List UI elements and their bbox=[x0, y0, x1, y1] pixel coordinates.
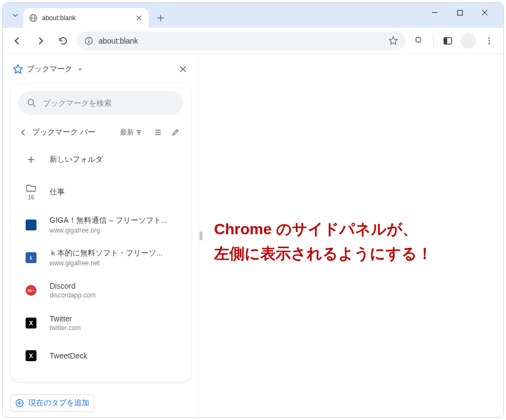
bookmark-item[interactable]: k ｋ本的に無料ソフト・フリーソ...www.gigafree.net bbox=[16, 241, 188, 274]
profile-avatar[interactable] bbox=[461, 33, 476, 48]
svg-point-12 bbox=[489, 42, 490, 44]
globe-icon bbox=[29, 14, 38, 22]
bookmark-item[interactable]: X Twittertwitter.com bbox=[16, 307, 188, 339]
favicon bbox=[20, 214, 42, 236]
star-icon bbox=[388, 36, 398, 46]
kebab-icon bbox=[485, 36, 493, 45]
sort-label: 最新 bbox=[120, 127, 134, 137]
list-icon bbox=[154, 128, 162, 137]
breadcrumb-title: ブックマーク バー bbox=[32, 127, 115, 137]
plus-circle-icon bbox=[15, 399, 24, 407]
svg-rect-4 bbox=[458, 10, 462, 15]
tab-title: about:blank bbox=[42, 14, 130, 22]
annotation-line-2: 左側に表示されるようにする！ bbox=[214, 242, 492, 266]
close-icon bbox=[481, 9, 488, 16]
panel-title: ブックマーク bbox=[27, 64, 72, 74]
content-area: ブックマーク ブックマーク バー 最新 bbox=[3, 54, 503, 417]
favicon: k bbox=[20, 247, 42, 269]
url-text: about:blank bbox=[99, 36, 383, 45]
section-header: ブックマーク バー 最新 bbox=[10, 118, 191, 143]
puzzle-icon bbox=[414, 36, 424, 46]
bookmark-url: www.gigafree.org bbox=[50, 227, 184, 234]
close-window-button[interactable] bbox=[477, 5, 492, 20]
panel-header: ブックマーク bbox=[3, 59, 198, 80]
browser-tab[interactable]: about:blank bbox=[23, 8, 149, 28]
search-input[interactable] bbox=[43, 99, 174, 107]
maximize-button[interactable] bbox=[452, 5, 467, 20]
arrow-left-icon bbox=[19, 128, 28, 137]
search-icon bbox=[27, 98, 36, 108]
bookmark-star-button[interactable] bbox=[388, 36, 398, 46]
bookmark-title: ｋ本的に無料ソフト・フリーソ... bbox=[50, 248, 184, 258]
favicon: X bbox=[20, 312, 42, 334]
bookmark-title: Twitter bbox=[50, 314, 184, 323]
add-current-tab-button[interactable]: 現在のタブを追加 bbox=[10, 394, 94, 412]
svg-point-13 bbox=[28, 100, 34, 105]
bookmark-item[interactable]: X TweetDeck bbox=[16, 339, 188, 372]
bookmark-url: twitter.com bbox=[50, 324, 184, 332]
plus-icon bbox=[157, 14, 164, 22]
maximize-icon bbox=[457, 10, 463, 16]
bookmark-url: discordapp.com bbox=[50, 291, 184, 299]
back-button[interactable] bbox=[8, 32, 27, 50]
search-wrap bbox=[10, 83, 191, 118]
bookmarks-card: ブックマーク バー 最新 新しいフォルダ 16 bbox=[10, 83, 191, 382]
sort-icon bbox=[135, 129, 143, 136]
add-current-tab-bar: 現在のタブを追加 bbox=[3, 388, 198, 417]
tab-search-dropdown[interactable] bbox=[7, 7, 23, 23]
bookmark-search[interactable] bbox=[18, 91, 183, 115]
svg-line-14 bbox=[33, 105, 36, 107]
bookmark-title: TweetDeck bbox=[50, 351, 184, 360]
reload-icon bbox=[58, 36, 68, 46]
bookmark-title: Discord bbox=[50, 282, 184, 290]
edit-button[interactable] bbox=[169, 126, 182, 139]
title-bar: about:blank bbox=[3, 3, 503, 28]
svg-point-10 bbox=[489, 37, 490, 39]
extensions-button[interactable] bbox=[410, 32, 428, 50]
new-folder-label: 新しいフォルダ bbox=[50, 155, 184, 165]
folder-icon bbox=[26, 184, 36, 192]
arrow-left-icon bbox=[13, 36, 22, 46]
view-list-button[interactable] bbox=[151, 126, 164, 139]
site-info-icon[interactable] bbox=[84, 36, 93, 45]
annotation-text: Chrome のサイドパネルが、 左側に表示されるようにする！ bbox=[214, 217, 492, 266]
svg-point-7 bbox=[88, 38, 89, 39]
add-current-tab-label: 現在のタブを追加 bbox=[28, 398, 89, 408]
chevron-down-icon bbox=[12, 12, 19, 19]
close-icon bbox=[136, 15, 142, 21]
side-panel-icon bbox=[443, 36, 453, 46]
window-controls bbox=[427, 5, 492, 20]
side-panel: ブックマーク ブックマーク バー 最新 bbox=[3, 54, 199, 417]
side-panel-button[interactable] bbox=[439, 32, 456, 50]
folder-item[interactable]: 16 仕事 bbox=[16, 176, 188, 209]
chrome-menu-button[interactable] bbox=[480, 32, 498, 50]
svg-point-11 bbox=[489, 40, 490, 41]
favicon: X bbox=[20, 345, 42, 367]
sort-button[interactable]: 最新 bbox=[120, 127, 143, 137]
folder-icon-with-count: 16 bbox=[20, 181, 42, 203]
new-tab-button[interactable] bbox=[153, 10, 168, 26]
panel-close-button[interactable] bbox=[178, 64, 188, 75]
panel-dropdown[interactable] bbox=[77, 66, 83, 72]
bookmark-list[interactable]: 新しいフォルダ 16 仕事 GIGA！無料通信 – フリーソフト...www.g… bbox=[10, 143, 191, 382]
new-folder-item[interactable]: 新しいフォルダ bbox=[16, 143, 188, 176]
reload-button[interactable] bbox=[54, 32, 72, 50]
favicon: 9k+ bbox=[20, 279, 42, 301]
bookmark-item[interactable]: GIGA！無料通信 – フリーソフト...www.gigafree.org bbox=[16, 209, 188, 241]
chrome-window: about:blank about:blank bbox=[2, 2, 504, 418]
close-icon bbox=[179, 65, 187, 73]
tab-close-button[interactable] bbox=[135, 14, 143, 22]
page-content: Chrome のサイドパネルが、 左側に表示されるようにする！ bbox=[203, 54, 503, 417]
address-bar[interactable]: about:blank bbox=[77, 32, 406, 50]
bookmark-title: GIGA！無料通信 – フリーソフト... bbox=[50, 216, 184, 226]
breadcrumb-back[interactable] bbox=[19, 128, 28, 137]
forward-button[interactable] bbox=[31, 32, 50, 50]
bookmark-item[interactable]: 9k+ Discorddiscordapp.com bbox=[16, 274, 188, 307]
arrow-right-icon bbox=[35, 36, 45, 46]
panel-resize-handle[interactable] bbox=[199, 54, 203, 417]
toolbar: about:blank bbox=[3, 28, 503, 54]
minimize-button[interactable] bbox=[427, 5, 442, 20]
svg-rect-9 bbox=[444, 38, 447, 44]
folder-name: 仕事 bbox=[50, 187, 184, 197]
pencil-icon bbox=[171, 128, 180, 137]
